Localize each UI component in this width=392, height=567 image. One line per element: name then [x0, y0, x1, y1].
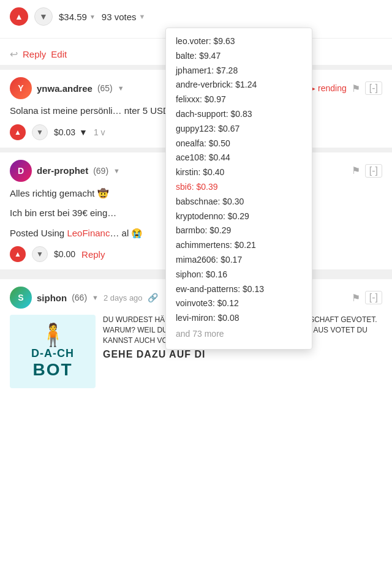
vote-item-11: sbi6: $0.39: [176, 180, 302, 195]
user-dropdown-arrow-siphon[interactable]: ▼: [92, 294, 99, 301]
comment1-price-value: $0.03: [54, 127, 75, 137]
votes-badge[interactable]: 93 votes ▼: [102, 12, 146, 22]
vote-item-15: achimmertens: $0.21: [176, 238, 302, 253]
page-wrapper: ▲ ▼ $34.59 ▼ 93 votes ▼ leo.voter: $9.63…: [0, 0, 392, 567]
comment2-upvote[interactable]: ▲: [10, 246, 26, 262]
avatar-siphon: S: [10, 287, 32, 309]
flag-button-3[interactable]: ⚑: [352, 292, 360, 304]
comment1-upvote[interactable]: ▲: [10, 124, 26, 140]
username-siphon[interactable]: siphon: [37, 293, 67, 303]
collapse-button-1[interactable]: [-]: [365, 81, 382, 95]
collapse-button-2[interactable]: [-]: [365, 164, 382, 178]
vote-item-19: voinvote3: $0.12: [176, 296, 302, 311]
rep-siphon: (66): [72, 293, 87, 302]
post-price: $34.59 ▼: [59, 12, 96, 22]
votes-count: 93 votes: [102, 12, 137, 22]
flag-button-1[interactable]: ⚑: [352, 83, 360, 94]
avatar-img-ynwa: Y: [10, 77, 32, 99]
trending-label: ▶ rending: [309, 83, 347, 93]
upvote-button[interactable]: ▲: [10, 7, 28, 26]
votes-arrow-icon: ▼: [139, 13, 146, 20]
vote-item-7: guppy123: $0.67: [176, 122, 302, 137]
leofinance-link[interactable]: LeoFinanc: [67, 228, 110, 238]
vote-item-9: ace108: $0.44: [176, 151, 302, 165]
comment2-reply-button[interactable]: Reply: [81, 249, 105, 260]
user-dropdown-arrow-ynwa[interactable]: ▼: [118, 84, 124, 92]
stick-figure-icon: 🧍: [39, 324, 67, 346]
username-ynwa[interactable]: ynwa.andree: [37, 83, 92, 94]
vote-item-13: kryptodenno: $0.29: [176, 209, 302, 224]
comment3-actions: ⚑ [-]: [352, 291, 382, 304]
comment2-price-value: $0.00: [54, 249, 75, 259]
username-prophet[interactable]: der-prophet: [37, 165, 88, 176]
comment1-downvote[interactable]: ▼: [32, 124, 48, 140]
dach-label: D-A-CH: [31, 347, 74, 360]
vote-item-2: balte: $9.47: [176, 49, 302, 64]
comment1-price: $0.03 ▼: [54, 127, 88, 137]
avatar-ynwa: Y: [10, 77, 32, 99]
vote-item-6: dach-support: $0.83: [176, 107, 302, 122]
votes-dropdown: leo.voter: $9.63 balte: $9.47 jphamer1: …: [165, 28, 312, 350]
vote-item-14: barmbo: $0.29: [176, 223, 302, 238]
vote-item-5: felixxx: $0.97: [176, 92, 302, 107]
comment2-downvote[interactable]: ▼: [32, 246, 48, 262]
downvote-button[interactable]: ▼: [34, 7, 53, 26]
vote-item-3: jphamer1: $7.28: [176, 64, 302, 78]
avatar-img-prophet: D: [10, 160, 32, 182]
vote-item-12: babschnae: $0.30: [176, 195, 302, 209]
reply-button[interactable]: Reply: [23, 49, 46, 59]
avatar-img-siphon: S: [10, 287, 32, 309]
user-dropdown-arrow-prophet[interactable]: ▼: [113, 167, 120, 175]
vote-item-10: kirstin: $0.40: [176, 165, 302, 180]
vote-item-18: ew-and-patterns: $0.13: [176, 282, 302, 297]
more-votes-label: and 73 more: [176, 327, 302, 342]
vote-item-8: onealfa: $0.50: [176, 137, 302, 151]
vote-item-1: leo.voter: $9.63: [176, 34, 302, 49]
rep-prophet: (69): [93, 166, 108, 176]
vote-item-16: mima2606: $0.17: [176, 253, 302, 268]
rep-ynwa: (65): [97, 83, 113, 93]
flag-button-2[interactable]: ⚑: [352, 165, 360, 176]
price-value: $34.59: [59, 12, 87, 22]
dach-bot-image: 🧍 D-A-CH BOT: [10, 315, 96, 388]
dach-sub-label: BOT: [32, 360, 72, 380]
comment2-price: $0.00: [54, 249, 75, 259]
post-actions-row: ▲ ▼ $34.59 ▼ 93 votes ▼: [10, 7, 382, 26]
comment1-votes: 1 v: [94, 127, 105, 137]
edit-button[interactable]: Edit: [51, 49, 67, 59]
external-link-icon: 🔗: [148, 293, 158, 302]
price-arrow-icon: ▼: [89, 13, 96, 20]
vote-item-4: andre-verbrick: $1.24: [176, 78, 302, 92]
comment1-price-arrow: ▼: [79, 127, 88, 137]
vote-item-20: levi-miron: $0.08: [176, 311, 302, 326]
timestamp-siphon: 2 days ago: [104, 293, 143, 302]
avatar-prophet: D: [10, 160, 32, 182]
dach-highlight-text: GEHE DAZU AUF DI: [103, 348, 382, 361]
collapse-button-3[interactable]: [-]: [365, 291, 382, 304]
comment2-actions: ⚑ [-]: [352, 164, 382, 178]
share-icon: ↩: [10, 48, 18, 60]
comment1-actions: ▶ rending ⚑ [-]: [309, 81, 382, 95]
vote-item-17: siphon: $0.16: [176, 268, 302, 282]
